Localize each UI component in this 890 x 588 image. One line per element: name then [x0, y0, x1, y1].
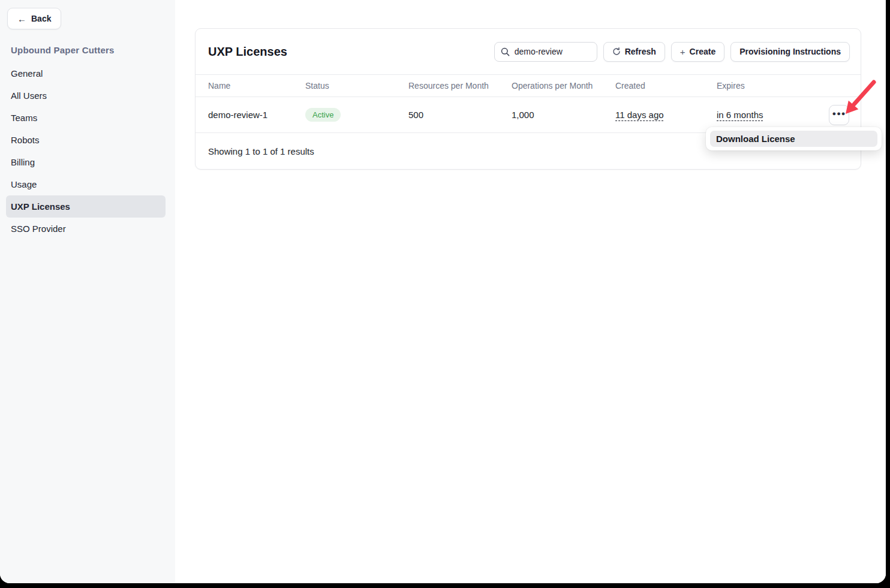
cell-operations-per-month: 1,000 — [512, 110, 615, 120]
search-box — [494, 42, 597, 62]
toolbar: Refresh + Create Provisioning Instructio… — [494, 42, 850, 62]
back-button[interactable]: ← Back — [7, 8, 61, 29]
sidebar-item-all-users[interactable]: All Users — [6, 85, 166, 107]
sidebar-item-teams[interactable]: Teams — [6, 107, 166, 129]
sidebar-item-general[interactable]: General — [6, 62, 166, 85]
column-header-name: Name — [208, 81, 305, 91]
column-header-expires: Expires — [717, 81, 818, 91]
table-header-row: Name Status Resources per Month Operatio… — [196, 74, 861, 97]
page-title: UXP Licenses — [208, 45, 287, 59]
arrow-left-icon: ← — [17, 14, 26, 24]
provisioning-instructions-label: Provisioning Instructions — [739, 47, 841, 56]
cell-expires: in 6 months — [717, 110, 818, 120]
cell-created: 11 days ago — [615, 110, 717, 120]
sidebar-item-uxp-licenses[interactable]: UXP Licenses — [6, 195, 166, 218]
column-header-status: Status — [305, 81, 408, 91]
org-name: Upbound Paper Cutters — [11, 45, 115, 55]
sidebar: ← Back Upbound Paper Cutters General All… — [0, 0, 175, 583]
sidebar-item-billing[interactable]: Billing — [6, 151, 166, 173]
create-button[interactable]: + Create — [671, 42, 724, 62]
status-badge: Active — [305, 108, 341, 122]
sidebar-nav: General All Users Teams Robots Billing U… — [0, 62, 175, 240]
refresh-icon — [612, 47, 621, 56]
back-button-label: Back — [31, 14, 51, 23]
column-header-operations: Operations per Month — [512, 81, 615, 91]
sidebar-item-sso-provider[interactable]: SSO Provider — [6, 218, 166, 240]
cell-status: Active — [305, 108, 408, 122]
app-window: ← Back Upbound Paper Cutters General All… — [0, 0, 886, 583]
cell-resources-per-month: 500 — [408, 110, 512, 120]
provisioning-instructions-button[interactable]: Provisioning Instructions — [730, 42, 850, 62]
cell-name: demo-review-1 — [208, 110, 305, 120]
sidebar-item-robots[interactable]: Robots — [6, 129, 166, 151]
expires-tooltip-link[interactable]: in 6 months — [717, 110, 763, 120]
results-count-text: Showing 1 to 1 of 1 results — [208, 146, 314, 156]
refresh-button[interactable]: Refresh — [603, 42, 665, 62]
download-license-menu-item[interactable]: Download License — [710, 131, 877, 147]
search-input[interactable] — [515, 47, 591, 56]
sidebar-item-usage[interactable]: Usage — [6, 173, 166, 195]
column-header-resources: Resources per Month — [408, 81, 512, 91]
refresh-button-label: Refresh — [625, 47, 656, 56]
row-actions-dropdown: Download License — [706, 127, 882, 150]
column-header-created: Created — [615, 81, 717, 91]
create-button-label: Create — [690, 47, 716, 56]
plus-icon: + — [680, 47, 685, 57]
search-icon — [501, 47, 510, 56]
created-tooltip-link[interactable]: 11 days ago — [615, 110, 664, 120]
main-content: UXP Licenses — [175, 0, 886, 583]
ellipsis-icon: ●●● — [832, 110, 846, 119]
card-header: UXP Licenses — [196, 29, 861, 74]
row-actions-menu-button[interactable]: ●●● — [829, 105, 849, 125]
cell-actions: ●●● — [829, 105, 849, 125]
